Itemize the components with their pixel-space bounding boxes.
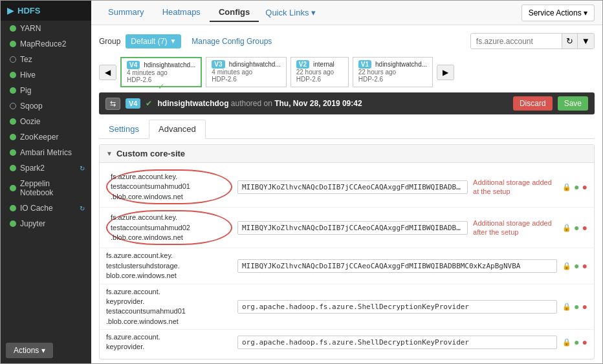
quick-links[interactable]: Quick Links ▾ (265, 8, 316, 17)
lock-icon[interactable]: 🔒 (562, 183, 571, 191)
table-row: fs.azure.account. keyprovider. testaccou… (100, 284, 594, 330)
current-version-bar: ⇆ V4 ✔ hdinsightwatchdog authored on Thu… (99, 92, 595, 114)
group-value: Default (7) (131, 37, 167, 46)
lock-icon[interactable]: 🔒 (562, 262, 571, 270)
remove-icon[interactable]: ● (582, 182, 587, 192)
lock-icon[interactable]: 🔒 (562, 303, 571, 311)
sidebar-item-tez[interactable]: Tez (1, 52, 91, 67)
sidebar-item-label: Zeppelin Notebook (20, 179, 85, 197)
sidebar-item-label: Hive (20, 70, 85, 80)
sidebar-item-zookeeper[interactable]: ZooKeeper (1, 129, 91, 145)
tab-configs[interactable]: Configs (210, 3, 259, 22)
sidebar-item-oozie[interactable]: Oozie (1, 114, 91, 129)
tab-summary[interactable]: Summary (99, 3, 153, 22)
remove-icon[interactable]: ● (582, 301, 587, 312)
version-title: internal (313, 61, 334, 68)
config-value-input[interactable] (237, 336, 557, 349)
config-key: fs.azure.account.key. testaccountsumahmu… (106, 169, 232, 204)
version-prev-button[interactable]: ◀ (99, 65, 116, 80)
version-hdp: HDP-2.6 (212, 76, 280, 83)
version-badge: V2 (296, 60, 309, 69)
add-icon[interactable]: ● (574, 222, 579, 233)
sidebar-item-hive[interactable]: Hive (1, 67, 91, 83)
service-actions-button[interactable]: Service Actions ▾ (521, 5, 595, 21)
config-key: fs.azure.account.key. testclustersuhdsto… (106, 251, 232, 281)
sidebar-item-label: ZooKeeper (20, 133, 85, 142)
config-value-input[interactable] (237, 259, 557, 273)
sidebar-item-spark2[interactable]: Spark2↻ (1, 160, 91, 176)
status-dot (10, 118, 16, 125)
config-row-actions: 🔒●● (562, 222, 587, 233)
version-badge: V4 (127, 61, 140, 69)
remove-icon[interactable]: ● (582, 337, 587, 347)
actions-button[interactable]: Actions ▾ (6, 343, 53, 358)
refresh-icon[interactable]: ↻ (80, 165, 85, 172)
add-icon[interactable]: ● (574, 301, 579, 312)
sidebar-item-label: YARN (20, 24, 85, 33)
settings-tabs: SettingsAdvanced (99, 120, 595, 139)
search-dropdown-button[interactable]: ▼ (577, 34, 594, 48)
cv-version-badge: V4 (126, 98, 140, 109)
config-value-input[interactable] (237, 221, 468, 235)
version-next-button[interactable]: ▶ (437, 65, 454, 80)
sidebar-item-label: Pig (20, 86, 85, 95)
sidebar-item-jupyter[interactable]: Jupyter (1, 216, 91, 231)
settings-tab-advanced[interactable]: Advanced (149, 120, 206, 139)
sidebar-item-mapreduce2[interactable]: MapReduce2 (1, 36, 91, 52)
config-row-actions: 🔒●● (562, 182, 587, 192)
version-time: 22 hours ago (296, 69, 343, 76)
config-value-input[interactable] (237, 180, 468, 194)
group-caret-icon: ▼ (170, 37, 176, 45)
status-dot (10, 205, 16, 211)
version-hdp: HDP-2.6 (296, 76, 343, 83)
group-select-button[interactable]: Default (7) ▼ (126, 34, 181, 48)
status-dot (10, 87, 16, 94)
lock-icon[interactable]: 🔒 (562, 338, 571, 347)
version-card-v2[interactable]: V2 internal 22 hours ago HDP-2.6 (291, 57, 349, 87)
version-badge: V1 (358, 60, 371, 69)
version-time: 22 hours ago (358, 69, 427, 76)
sidebar-footer: Actions ▾ (1, 337, 91, 363)
version-badge: V3 (212, 60, 225, 69)
sidebar: ▶ HDFS YARNMapReduce2TezHivePigSqoopOozi… (1, 1, 91, 363)
lock-icon[interactable]: 🔒 (562, 224, 571, 232)
sidebar-item-io-cache[interactable]: IO Cache↻ (1, 200, 91, 216)
group-label: Group (99, 37, 120, 46)
remove-icon[interactable]: ● (582, 261, 587, 271)
config-note: Additional storage added after the setup (473, 219, 557, 237)
version-title: hdinsightwatchd... (229, 61, 281, 68)
sidebar-item-ambari-metrics[interactable]: Ambari Metrics (1, 145, 91, 160)
table-row: fs.azure.account.key. testaccountsumahmu… (100, 167, 594, 208)
discard-button[interactable]: Discard (513, 96, 553, 111)
sidebar-item-label: Tez (20, 55, 85, 64)
sidebar-item-yarn[interactable]: YARN (1, 21, 91, 36)
sidebar-item-sqoop[interactable]: Sqoop (1, 98, 91, 114)
save-button[interactable]: Save (558, 96, 588, 111)
settings-tab-settings[interactable]: Settings (99, 120, 149, 138)
cv-author-text: hdinsightwatchdog authored on Thu, Nov 2… (157, 99, 507, 108)
version-card-v1[interactable]: V1 hdinsightwatchd... 22 hours ago HDP-2… (353, 57, 433, 87)
version-card-v4[interactable]: V4 hdinsightwatchd... 4 minutes ago HDP-… (120, 57, 202, 87)
add-icon[interactable]: ● (574, 261, 579, 271)
config-key: fs.azure.account. keyprovider. (106, 332, 232, 352)
sidebar-item-pig[interactable]: Pig (1, 83, 91, 98)
version-card-v3[interactable]: V3 hdinsightwatchd... 4 minutes ago HDP-… (206, 57, 286, 87)
cv-check-icon: ✔ (146, 99, 152, 108)
manage-config-groups-link[interactable]: Manage Config Groups (192, 37, 272, 46)
sidebar-header[interactable]: ▶ HDFS (1, 1, 91, 21)
search-input[interactable] (471, 34, 562, 48)
remove-icon[interactable]: ● (582, 222, 587, 233)
config-section-header[interactable]: ▼ Custom core-site (100, 145, 594, 163)
config-value-input[interactable] (237, 300, 557, 314)
status-dot (10, 165, 16, 171)
refresh-icon[interactable]: ↻ (80, 205, 85, 212)
sidebar-item-zeppelin-notebook[interactable]: Zeppelin Notebook (1, 176, 91, 200)
tab-heatmaps[interactable]: Heatmaps (153, 3, 210, 22)
service-actions-label: Service Actions ▾ (529, 8, 587, 17)
status-dot (10, 25, 16, 32)
add-icon[interactable]: ● (574, 182, 579, 192)
search-refresh-button[interactable]: ↻ (562, 34, 577, 48)
config-row-actions: 🔒●● (562, 261, 587, 271)
status-dot (10, 56, 16, 63)
add-icon[interactable]: ● (574, 337, 579, 347)
